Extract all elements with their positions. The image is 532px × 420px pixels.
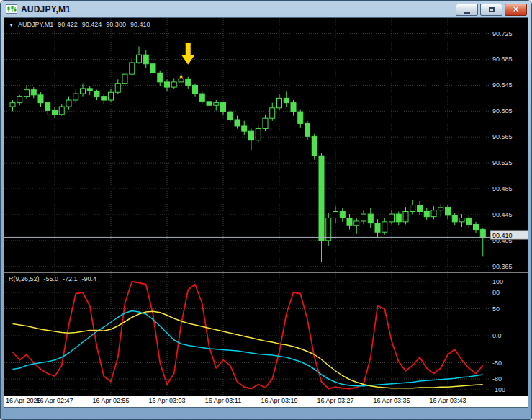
candle [94, 90, 99, 100]
candle [424, 208, 429, 220]
candle [165, 79, 170, 91]
titlebar[interactable]: AUDJPY,M1 × [1, 1, 531, 17]
candles [10, 47, 485, 262]
candle [418, 201, 423, 215]
candle [403, 207, 408, 224]
candle [214, 100, 219, 110]
maximize-button[interactable] [480, 4, 502, 16]
candle [277, 94, 282, 110]
candle [59, 104, 64, 115]
indicator-value-3: -90.4 [82, 275, 97, 282]
candle [298, 110, 303, 128]
candle [73, 90, 78, 103]
price-axis-label: 90.725 [492, 30, 513, 37]
candle [249, 129, 254, 151]
candle [10, 100, 15, 111]
indicator-axis[interactable]: 10080500.0-50-80-100 [492, 278, 505, 393]
candle [312, 134, 317, 160]
time-axis-label: 16 Apr 03:35 [371, 397, 412, 404]
indicator-axis-label: 80 [492, 289, 500, 296]
candle [199, 91, 204, 104]
candle [137, 47, 142, 64]
candle [291, 100, 296, 116]
time-axis-label: 16 Apr 03:03 [146, 397, 188, 404]
minimize-button[interactable] [456, 4, 478, 16]
window-title: AUDJPY,M1 [21, 4, 71, 14]
time-axis-label: 16 Apr 03:43 [427, 397, 469, 404]
candle [361, 210, 366, 225]
price-axis-label: 90.605 [492, 107, 513, 115]
main-chart-pane[interactable]: 90.72590.68590.64590.60590.56590.52590.4… [4, 18, 528, 272]
indicator-value-1: -55.0 [44, 275, 59, 282]
indicator-axis-label: -100 [492, 386, 505, 393]
arrow-down-object[interactable] [181, 43, 194, 65]
current-price-label: 90.410 [492, 232, 513, 239]
candle [431, 206, 436, 219]
minimize-icon [464, 12, 470, 14]
star-object[interactable]: ★ [178, 73, 184, 80]
candle [24, 85, 30, 99]
candle [263, 115, 268, 131]
main-chart-canvas[interactable]: 90.72590.68590.64590.60590.56590.52590.4… [4, 18, 528, 272]
time-axis-label: 16 Apr 03:27 [315, 397, 356, 404]
main-grid [4, 18, 490, 272]
candle [122, 71, 127, 85]
candle [38, 92, 43, 107]
candle [382, 218, 387, 234]
candle [368, 208, 373, 228]
time-axis-label: 16 Apr 02:47 [34, 397, 76, 404]
candle [474, 222, 479, 233]
candle [115, 79, 120, 94]
time-axis-label: 16 Apr 03:11 [202, 397, 244, 404]
window-controls: × [456, 4, 527, 16]
candle [193, 84, 198, 97]
candle [446, 205, 451, 220]
chart-collapse-icon[interactable]: ▼ [9, 21, 14, 29]
candle [480, 228, 485, 257]
candle [17, 95, 22, 105]
symbol-ohlc-line: ▼ AUDJPY,M1 90.422 90.424 90.380 90.410 [9, 21, 150, 29]
candle [227, 110, 233, 122]
candle [459, 214, 464, 227]
indicator-axis-label: 0.0 [492, 332, 502, 339]
time-axis[interactable]: 16 Apr 202516 Apr 02:4716 Apr 02:5516 Ap… [4, 396, 528, 407]
maximize-icon [489, 7, 495, 12]
ohlc-close: 90.410 [130, 21, 150, 29]
indicator-axis-label: -50 [492, 359, 502, 367]
price-axis-label: 90.485 [492, 185, 513, 192]
indicator-pane[interactable]: 10080500.0-50-80-100 R(9,26,52) -55.0 -7… [4, 273, 528, 396]
indicator-values-line: R(9,26,52) -55.0 -72.1 -90.4 [9, 275, 96, 282]
candle [66, 97, 71, 110]
close-button[interactable]: × [505, 4, 527, 16]
candle [354, 218, 359, 233]
candle [207, 97, 212, 108]
indicator-axis-label: 100 [492, 278, 503, 285]
time-axis-label: 16 Apr 02:55 [90, 397, 132, 404]
candle [256, 125, 261, 143]
candle [270, 103, 275, 121]
ohlc-open: 90.422 [58, 21, 78, 29]
indicator-label: R(9,26,52) [9, 275, 40, 282]
indicator-canvas[interactable]: 10080500.0-50-80-100 [4, 273, 528, 396]
candle [150, 61, 155, 77]
candle [466, 215, 472, 228]
ohlc-low: 90.380 [106, 21, 126, 29]
candle [109, 89, 114, 102]
indicator-value-2: -72.1 [63, 275, 78, 282]
candle [221, 102, 226, 115]
indicator-line-slow [13, 311, 483, 388]
candle [340, 208, 345, 222]
time-axis-label: 16 Apr 03:19 [258, 397, 300, 404]
candle [102, 94, 107, 104]
chart-window: AUDJPY,M1 × 90.72590.68590.64590.60590.5… [0, 0, 532, 420]
candle [452, 213, 457, 225]
chart-window-icon [6, 4, 17, 14]
candle [347, 214, 352, 230]
candle [158, 71, 163, 86]
ohlc-high: 90.424 [82, 21, 102, 29]
candle [326, 213, 331, 246]
chart-client-area: 90.72590.68590.64590.60590.56590.52590.4… [4, 17, 528, 408]
candle [143, 50, 148, 68]
candle [53, 107, 58, 118]
candle [31, 87, 36, 98]
